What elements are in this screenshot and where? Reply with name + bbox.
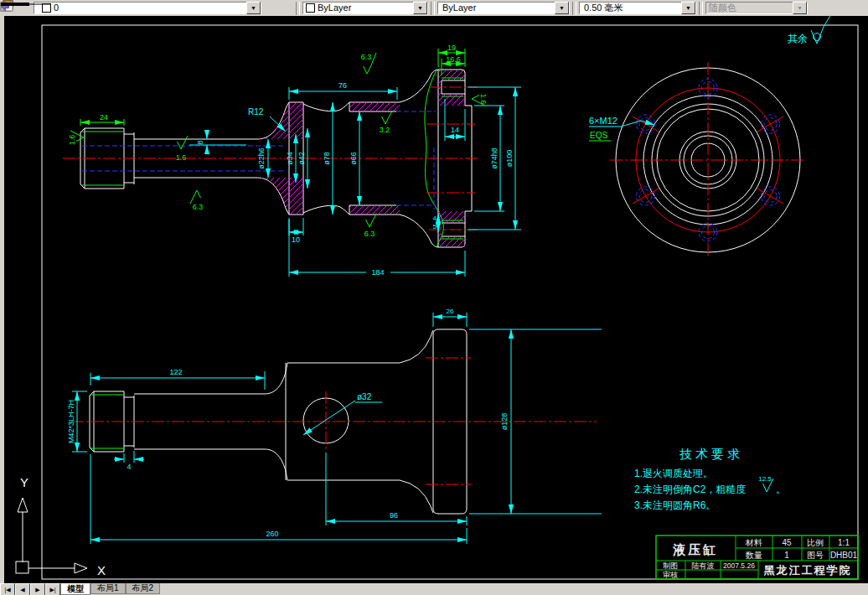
toolbar-separator	[572, 2, 576, 15]
part-name: 液压缸	[673, 542, 718, 556]
dim-24: 24	[100, 113, 108, 122]
dwg-no-value: DHB01	[830, 551, 858, 560]
linetype-value: ByLayer	[442, 3, 476, 13]
ucs-y-label: Y	[20, 475, 28, 489]
lineweight-dropdown-arrow-icon[interactable]: ▼	[681, 2, 695, 14]
cad-drawing: 其余	[0, 16, 868, 583]
section-centerlines	[63, 87, 479, 230]
dim-4-step: 4	[433, 215, 437, 222]
tech-item-1: 1.退火调质处理。	[634, 468, 713, 479]
dim-184: 184	[371, 268, 384, 277]
tech-roughness-value: 12.5	[758, 475, 772, 483]
tech-requirements: 技术要求 1.退火调质处理。 2.未注明倒角C2，粗糙度 12.5 。 3.未注…	[634, 447, 786, 511]
dim-dia128: ø128	[500, 413, 509, 431]
color-swatch	[306, 3, 315, 13]
toolbar-separator	[296, 2, 300, 15]
rough-bore: 3.2	[380, 126, 390, 134]
layer-dropdown[interactable]: 0 ▼	[34, 2, 261, 14]
dim-dia74: ø74h8	[490, 147, 499, 169]
tab-layout2[interactable]: 布局2	[126, 583, 161, 594]
scale-value: 1:1	[838, 538, 850, 547]
dim-dia78: ø78	[323, 152, 331, 165]
ucs-x-label: X	[97, 563, 106, 577]
dim-dia22: ø22h6	[257, 147, 266, 169]
layer-name: 0	[54, 3, 59, 13]
toolbar-separator	[699, 2, 703, 15]
tab-model[interactable]: 模型	[60, 583, 90, 595]
tab-first-icon[interactable]: |◀	[0, 583, 15, 595]
dim-19: 19	[447, 44, 456, 52]
layout-tab-bar: |◀ ◀ ▶ ▶| 模型 布局1 布局2	[0, 583, 868, 595]
linetype-dropdown-arrow-icon[interactable]: ▼	[555, 2, 569, 14]
dim-76: 76	[338, 81, 347, 90]
tech-item-3: 3.未注明圆角R6。	[634, 499, 716, 511]
end-view: 6×M12 EQS	[589, 62, 806, 258]
dim-166: 16.6	[446, 55, 461, 64]
dim-r12: R12	[248, 107, 264, 116]
dim-thread: M42*3LH-7H	[67, 400, 75, 443]
lineweight-value: 0.50 毫米	[584, 3, 623, 13]
linetype-dropdown[interactable]: ByLayer ▼	[437, 2, 570, 14]
toolbar-separator	[431, 2, 435, 15]
dim-4: 4	[127, 463, 131, 471]
side-dimensions: 122 M42*3LH-7H 4 26 ø32	[67, 308, 602, 544]
dim-dia32: ø32	[357, 392, 372, 401]
color-dropdown-arrow-icon[interactable]: ▼	[413, 2, 427, 14]
dim-14: 14	[451, 126, 459, 134]
side-view: 122 M42*3LH-7H 4 26 ø32	[67, 308, 602, 544]
checked-label: 审核	[663, 571, 678, 579]
bolt-label: 6×M12	[589, 116, 617, 126]
dim-dia100: ø100	[505, 150, 514, 168]
drawing-frame	[42, 25, 858, 579]
rough-shaft-bottom: 6.3	[193, 203, 204, 211]
tech-item-2: 2.未注明倒角C2，粗糙度	[634, 484, 746, 495]
organization: 黑龙江工程学院	[764, 564, 852, 577]
layer-previous-icon[interactable]	[277, 1, 293, 15]
tab-prev-icon[interactable]: ◀	[15, 583, 30, 595]
dim-dia42: ø42	[297, 152, 306, 165]
plotstyle-value: 随颜色	[709, 3, 736, 13]
tech-title: 技术要求	[679, 447, 743, 461]
drawn-by: 陆有波	[692, 561, 715, 570]
dim-5-step: 5	[433, 223, 437, 230]
plotstyle-dropdown-arrow-icon: ▼	[793, 2, 807, 14]
dim-8: 8	[196, 140, 204, 144]
ucs-icon: Y X	[16, 475, 106, 577]
dim-26: 26	[447, 308, 454, 315]
drawing-canvas[interactable]: 其余	[0, 16, 868, 583]
rough-bottom: 6.3	[364, 230, 375, 238]
dim-122: 122	[169, 368, 182, 376]
make-layer-current-icon[interactable]	[261, 1, 277, 15]
rough-shaft: 1.6	[176, 153, 187, 162]
tab-layout1[interactable]: 布局1	[90, 583, 126, 594]
drawn-label: 制图	[663, 561, 678, 570]
rough-left: 1.6	[68, 135, 76, 146]
eqs-label: EQS	[590, 131, 607, 140]
toolbar: 0 ▼ ByLayer ▼ ByLayer ▼ 0.50 毫米 ▼ 随颜色	[0, 0, 868, 16]
tech-item-2-end: 。	[776, 484, 786, 495]
rough-face: 1.6	[479, 94, 488, 105]
qty-label: 数量	[745, 551, 762, 560]
color-value: ByLayer	[318, 3, 351, 13]
plotstyle-dropdown: 随颜色 ▼	[705, 2, 808, 14]
title-block: 液压缸 材料 45 比例 1:1 数量 1 图号 DHB01 制图 陆有波 20…	[656, 536, 858, 579]
material-label: 材料	[745, 538, 762, 547]
qty-value: 1	[784, 551, 789, 560]
tab-last-icon[interactable]: ▶|	[45, 583, 60, 595]
dim-10: 10	[292, 235, 300, 244]
tab-next-icon[interactable]: ▶	[30, 583, 45, 595]
section-dimensions-green: 24 19 16.6	[80, 44, 465, 126]
color-dropdown[interactable]: ByLayer ▼	[302, 2, 428, 14]
autocad-window: 0 ▼ ByLayer ▼ ByLayer ▼ 0.50 毫米 ▼ 随颜色	[0, 0, 868, 595]
dwg-no-label: 图号	[807, 551, 824, 560]
layer-dropdown-arrow-icon[interactable]: ▼	[246, 2, 261, 14]
dim-dia66: ø66	[349, 152, 358, 165]
lineweight-dropdown[interactable]: 0.50 毫米 ▼	[579, 2, 696, 14]
scale-label: 比例	[807, 538, 824, 547]
side-centerlines	[71, 358, 597, 484]
dim-dia34: ø34	[286, 152, 294, 165]
dim-260: 260	[266, 530, 278, 538]
section-view: 76 184 10 14 ø100	[63, 44, 521, 277]
dim-96: 96	[390, 511, 398, 520]
surface-finish-note: 其余	[788, 16, 832, 44]
